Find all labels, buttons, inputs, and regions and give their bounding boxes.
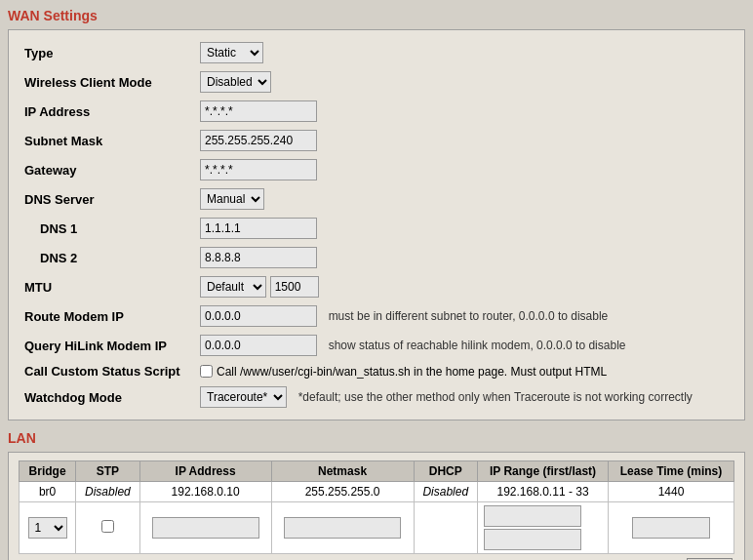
query-hilink-label: Query HiLink Modem IP — [19, 331, 194, 360]
query-hilink-value-cell: show status of reachable hilink modem, 0… — [194, 331, 734, 360]
watchdog-row: Watchdog Mode Traceroute* Ping *default;… — [19, 382, 734, 412]
query-hilink-row: Query HiLink Modem IP show status of rea… — [19, 331, 734, 360]
subnet-value-cell — [194, 126, 734, 155]
col-ip-range: IP Range (first/last) — [478, 461, 609, 482]
query-hilink-input[interactable] — [200, 335, 317, 356]
custom-script-value-cell: Call /www/user/cgi-bin/wan_status.sh in … — [194, 360, 734, 382]
lan-bridge: br0 — [20, 482, 76, 502]
lan-section: LAN Bridge STP IP Address Netmask DHCP I… — [8, 430, 745, 560]
lan-panel: Bridge STP IP Address Netmask DHCP IP Ra… — [8, 452, 745, 560]
col-bridge: Bridge — [20, 461, 76, 482]
lan-header-row: Bridge STP IP Address Netmask DHCP IP Ra… — [20, 461, 734, 482]
lan-ip-range-cell — [478, 502, 609, 554]
wireless-label: Wireless Client Mode — [19, 67, 194, 97]
dns-server-value-cell: Manual Auto — [194, 184, 734, 214]
dns2-row: DNS 2 — [19, 243, 734, 272]
wan-title: WAN Settings — [8, 8, 745, 23]
subnet-label: Subnet Mask — [19, 126, 194, 155]
ip-input[interactable] — [200, 100, 317, 122]
subnet-row: Subnet Mask — [19, 126, 734, 155]
watchdog-value-cell: Traceroute* Ping *default; use the other… — [194, 382, 734, 412]
wan-section: WAN Settings Type Static DHCP PPPoE — [8, 8, 745, 420]
wireless-value-cell: Disabled Enabled — [194, 67, 734, 97]
dns2-value-cell — [194, 243, 734, 272]
custom-script-note: Call /www/user/cgi-bin/wan_status.sh in … — [217, 365, 607, 379]
lan-ip-range-last-input[interactable] — [484, 529, 581, 550]
lan-netmask: 255.255.255.0 — [271, 482, 414, 502]
subnet-input[interactable] — [200, 130, 317, 151]
mtu-value-cell: Default Custom — [194, 272, 734, 301]
lan-add-select-cell: 1 — [20, 502, 76, 554]
dns-server-label: DNS Server — [19, 184, 194, 214]
lan-stp: Disabled — [76, 482, 140, 502]
dns1-row: DNS 1 — [19, 214, 734, 243]
wireless-select[interactable]: Disabled Enabled — [200, 71, 271, 93]
wan-panel: Type Static DHCP PPPoE Wireless Client M… — [8, 29, 745, 420]
route-modem-note: must be in different subnet to router, 0… — [329, 309, 609, 323]
lan-new-ip-input[interactable] — [152, 517, 259, 539]
lan-table: Bridge STP IP Address Netmask DHCP IP Ra… — [19, 460, 734, 554]
mtu-row: MTU Default Custom — [19, 272, 734, 301]
page-container: WAN Settings Type Static DHCP PPPoE — [0, 0, 753, 560]
watchdog-note: *default; use the other method only when… — [298, 390, 693, 404]
col-netmask: Netmask — [271, 461, 414, 482]
dns-server-row: DNS Server Manual Auto — [19, 184, 734, 214]
custom-script-checkbox-area: Call /www/user/cgi-bin/wan_status.sh in … — [200, 365, 729, 379]
ip-value-cell — [194, 97, 734, 126]
lan-stp-check-cell — [76, 502, 140, 554]
lan-new-netmask-cell — [271, 502, 414, 554]
add-btn-row: Add — [19, 554, 734, 560]
lan-lease-time: 1440 — [609, 482, 734, 502]
custom-script-row: Call Custom Status Script Call /www/user… — [19, 360, 734, 382]
wan-form-table: Type Static DHCP PPPoE Wireless Client M… — [19, 38, 734, 412]
mtu-label: MTU — [19, 272, 194, 301]
dns1-value-cell — [194, 214, 734, 243]
watchdog-select[interactable]: Traceroute* Ping — [200, 386, 287, 408]
lan-title: LAN — [8, 430, 745, 446]
gateway-row: Gateway — [19, 155, 734, 184]
lan-dhcp: Disabled — [414, 482, 478, 502]
type-row: Type Static DHCP PPPoE — [19, 38, 734, 67]
type-select[interactable]: Static DHCP PPPoE — [200, 42, 263, 63]
lan-ip-range-first-input[interactable] — [484, 505, 581, 527]
lan-new-ip-cell — [139, 502, 271, 554]
mtu-input[interactable] — [270, 276, 319, 298]
custom-script-label: Call Custom Status Script — [19, 360, 194, 382]
lan-ip-range: 192.168.0.11 - 33 — [478, 482, 609, 502]
lan-lease-input[interactable] — [632, 517, 710, 539]
lan-add-row: 1 — [20, 502, 734, 554]
wireless-row: Wireless Client Mode Disabled Enabled — [19, 67, 734, 97]
col-dhcp: DHCP — [414, 461, 478, 482]
type-label: Type — [19, 38, 194, 67]
route-modem-input[interactable] — [200, 305, 317, 327]
lan-new-netmask-input[interactable] — [284, 517, 401, 539]
dns1-label: DNS 1 — [19, 214, 194, 243]
lan-stp-checkbox[interactable] — [101, 520, 114, 533]
route-modem-label: Route Modem IP — [19, 301, 194, 331]
lan-dhcp-empty — [414, 502, 478, 554]
query-hilink-note: show status of reachable hilink modem, 0… — [329, 339, 626, 352]
route-modem-value-cell: must be in different subnet to router, 0… — [194, 301, 734, 331]
gateway-label: Gateway — [19, 155, 194, 184]
dns1-input[interactable] — [200, 218, 317, 239]
dns-server-select[interactable]: Manual Auto — [200, 188, 264, 210]
mtu-select[interactable]: Default Custom — [200, 276, 266, 298]
gateway-value-cell — [194, 155, 734, 184]
dns2-label: DNS 2 — [19, 243, 194, 272]
ip-row: IP Address — [19, 97, 734, 126]
lan-data-row: br0 Disabled 192.168.0.10 255.255.255.0 … — [20, 482, 734, 502]
lan-lease-cell — [609, 502, 734, 554]
col-lease-time: Lease Time (mins) — [609, 461, 734, 482]
ip-label: IP Address — [19, 97, 194, 126]
col-ip: IP Address — [139, 461, 271, 482]
lan-bridge-select[interactable]: 1 — [28, 517, 67, 539]
custom-script-checkbox[interactable] — [200, 365, 213, 378]
route-modem-row: Route Modem IP must be in different subn… — [19, 301, 734, 331]
type-value-cell: Static DHCP PPPoE — [194, 38, 734, 67]
lan-ip: 192.168.0.10 — [139, 482, 271, 502]
watchdog-label: Watchdog Mode — [19, 382, 194, 412]
col-stp: STP — [76, 461, 140, 482]
gateway-input[interactable] — [200, 159, 317, 180]
dns2-input[interactable] — [200, 247, 317, 268]
